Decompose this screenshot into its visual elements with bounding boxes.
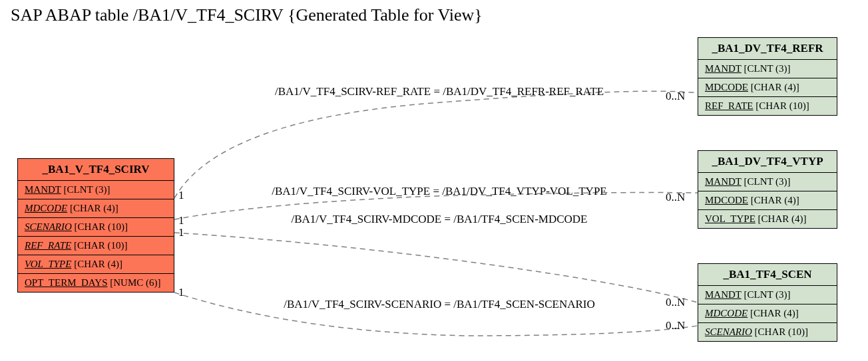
entity-vtyp: _BA1_DV_TF4_VTYP MANDT [CLNT (3)] MDCODE… xyxy=(698,150,837,229)
entity-refr-field: REF_RATE [CHAR (10)] xyxy=(698,97,837,115)
entity-refr-field: MDCODE [CHAR (4)] xyxy=(698,78,837,97)
entity-main-field: MDCODE [CHAR (4)] xyxy=(18,199,174,218)
entity-scen-header: _BA1_TF4_SCEN xyxy=(698,264,837,286)
entity-refr-header: _BA1_DV_TF4_REFR xyxy=(698,38,837,60)
entity-vtyp-header: _BA1_DV_TF4_VTYP xyxy=(698,151,837,173)
cardinality-left: 1 xyxy=(178,286,184,299)
entity-main-header: _BA1_V_TF4_SCIRV xyxy=(18,159,174,181)
entity-scen: _BA1_TF4_SCEN MANDT [CLNT (3)] MDCODE [C… xyxy=(698,263,837,342)
cardinality-right: 0..N xyxy=(666,296,685,309)
relation-label: /BA1/V_TF4_SCIRV-SCENARIO = /BA1/TF4_SCE… xyxy=(233,298,646,311)
relation-label: /BA1/V_TF4_SCIRV-VOL_TYPE = /BA1/DV_TF4_… xyxy=(233,185,646,198)
cardinality-right: 0..N xyxy=(666,191,685,204)
cardinality-left: 1 xyxy=(178,214,184,227)
entity-vtyp-field: MDCODE [CHAR (4)] xyxy=(698,191,837,210)
entity-scen-field: MDCODE [CHAR (4)] xyxy=(698,304,837,323)
relation-label: /BA1/V_TF4_SCIRV-MDCODE = /BA1/TF4_SCEN-… xyxy=(233,213,646,226)
entity-main-field: MANDT [CLNT (3)] xyxy=(18,181,174,199)
relation-label: /BA1/V_TF4_SCIRV-REF_RATE = /BA1/DV_TF4_… xyxy=(233,85,646,98)
entity-refr-field: MANDT [CLNT (3)] xyxy=(698,60,837,78)
page-title: SAP ABAP table /BA1/V_TF4_SCIRV {Generat… xyxy=(11,5,483,25)
cardinality-right: 0..N xyxy=(666,319,685,332)
entity-vtyp-field: VOL_TYPE [CHAR (4)] xyxy=(698,210,837,228)
entity-vtyp-field: MANDT [CLNT (3)] xyxy=(698,173,837,191)
entity-refr: _BA1_DV_TF4_REFR MANDT [CLNT (3)] MDCODE… xyxy=(698,37,837,116)
cardinality-left: 1 xyxy=(178,226,184,239)
cardinality-right: 0..N xyxy=(666,90,685,103)
cardinality-left: 1 xyxy=(178,189,184,202)
entity-main: _BA1_V_TF4_SCIRV MANDT [CLNT (3)] MDCODE… xyxy=(17,158,174,293)
entity-scen-field: MANDT [CLNT (3)] xyxy=(698,286,837,304)
entity-main-field: REF_RATE [CHAR (10)] xyxy=(18,237,174,255)
entity-scen-field: SCENARIO [CHAR (10)] xyxy=(698,323,837,341)
entity-main-field: VOL_TYPE [CHAR (4)] xyxy=(18,255,174,274)
entity-main-field: SCENARIO [CHAR (10)] xyxy=(18,218,174,237)
entity-main-field: OPT_TERM_DAYS [NUMC (6)] xyxy=(18,274,174,292)
